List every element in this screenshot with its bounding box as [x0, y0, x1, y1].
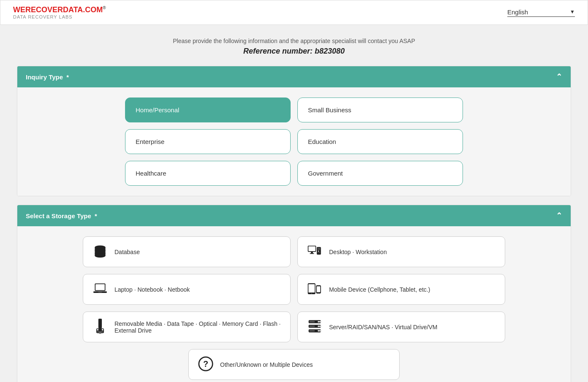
svg-point-21: [311, 293, 312, 294]
inquiry-type-chevron[interactable]: ⌃: [556, 72, 562, 81]
storage-btn-desktop[interactable]: Desktop · Workstation: [297, 236, 505, 267]
svg-rect-25: [98, 319, 102, 328]
storage-btn-server-label: Server/RAID/SAN/NAS · Virtual Drive/VM: [329, 324, 437, 331]
storage-btn-database[interactable]: Database: [83, 236, 291, 267]
storage-type-required: *: [95, 212, 97, 219]
svg-rect-36: [309, 325, 315, 327]
svg-rect-40: [309, 330, 315, 332]
storage-type-title-text: Select a Storage Type: [26, 212, 91, 219]
svg-rect-29: [97, 331, 103, 332]
desktop-icon: [306, 244, 323, 260]
svg-point-34: [319, 321, 321, 322]
inquiry-btn-healthcare[interactable]: Healthcare: [125, 161, 291, 186]
logo-data: DATA.COM: [63, 5, 103, 14]
storage-type-section: Select a Storage Type * ⌃: [17, 205, 571, 382]
reference-number: Reference number: b823080: [17, 47, 571, 56]
svg-rect-16: [95, 284, 105, 290]
inquiry-btn-home[interactable]: Home/Personal: [125, 98, 291, 122]
storage-btn-mobile[interactable]: Mobile Device (Cellphone, Tablet, etc.): [297, 274, 505, 305]
storage-btn-desktop-label: Desktop · Workstation: [329, 249, 387, 255]
storage-type-body: Database: [17, 226, 571, 382]
svg-text:?: ?: [203, 359, 208, 368]
inquiry-type-title-text: Inquiry Type: [26, 73, 63, 81]
svg-point-41: [318, 330, 319, 332]
logo-recover: RECOVER: [25, 5, 63, 14]
inquiry-btn-small-business[interactable]: Small Business: [297, 98, 463, 122]
storage-btn-server[interactable]: Server/RAID/SAN/NAS · Virtual Drive/VM: [297, 312, 505, 342]
svg-rect-30: [99, 333, 101, 334]
svg-rect-20: [308, 284, 315, 293]
header: WERECOVERDATA.COM® DATA RECOVERY LABS En…: [0, 0, 588, 25]
main-content: Please provide the following information…: [0, 25, 588, 382]
svg-rect-10: [310, 253, 314, 254]
storage-btn-laptop-label: Laptop · Notebook · Netbook: [114, 286, 190, 293]
svg-point-13: [318, 251, 319, 252]
logo: WERECOVERDATA.COM® DATA RECOVERY LABS: [13, 5, 106, 19]
svg-point-42: [319, 330, 321, 332]
svg-point-37: [318, 325, 319, 327]
laptop-icon: [92, 281, 109, 298]
storage-btn-mobile-label: Mobile Device (Cellphone, Tablet, etc.): [329, 286, 430, 293]
inquiry-btn-enterprise[interactable]: Enterprise: [125, 129, 291, 154]
svg-rect-18: [98, 292, 102, 293]
inquiry-type-required: *: [66, 73, 69, 81]
svg-rect-12: [318, 248, 321, 250]
inquiry-type-section: Inquiry Type * ⌃ Home/Personal Small Bus…: [17, 66, 571, 196]
svg-rect-32: [309, 321, 315, 322]
storage-grid: Database: [83, 236, 505, 380]
storage-type-chevron[interactable]: ⌃: [556, 211, 562, 220]
storage-btn-other[interactable]: ? Other/Unknown or Multiple Devices: [188, 349, 400, 380]
inquiry-type-title: Inquiry Type *: [26, 73, 69, 81]
language-selector[interactable]: English ▼: [507, 8, 575, 17]
page-wrapper: WERECOVERDATA.COM® DATA RECOVERY LABS En…: [0, 0, 588, 382]
storage-btn-database-label: Database: [114, 249, 140, 255]
svg-rect-28: [102, 329, 103, 331]
svg-rect-23: [317, 286, 320, 292]
svg-rect-14: [318, 252, 321, 253]
inquiry-type-body: Home/Personal Small Business Enterprise …: [17, 87, 571, 196]
storage-btn-other-label: Other/Unknown or Multiple Devices: [220, 361, 313, 368]
language-arrow: ▼: [570, 9, 575, 15]
logo-reg: ®: [103, 5, 106, 10]
svg-point-24: [318, 293, 319, 294]
logo-text: WERECOVERDATA.COM®: [13, 5, 106, 14]
svg-point-33: [318, 321, 319, 322]
inquiry-type-header: Inquiry Type * ⌃: [17, 66, 571, 87]
intro-description: Please provide the following information…: [17, 38, 571, 44]
question-icon: ?: [197, 356, 214, 373]
mobile-icon: [306, 281, 323, 298]
svg-rect-9: [311, 252, 313, 253]
svg-point-6: [95, 254, 105, 257]
inquiry-btn-education[interactable]: Education: [297, 129, 463, 154]
usb-icon: [92, 319, 109, 335]
inquiry-btn-government[interactable]: Government: [297, 161, 463, 186]
inquiry-grid: Home/Personal Small Business Enterprise …: [125, 98, 463, 186]
storage-type-title: Select a Storage Type *: [26, 212, 97, 219]
storage-type-header: Select a Storage Type * ⌃: [17, 205, 571, 226]
server-icon: [306, 319, 323, 335]
storage-btn-laptop[interactable]: Laptop · Notebook · Netbook: [83, 274, 291, 305]
language-label: English: [507, 8, 528, 16]
storage-btn-removable[interactable]: Removable Media · Data Tape · Optical · …: [83, 312, 291, 342]
svg-point-38: [319, 325, 321, 327]
svg-rect-27: [97, 329, 98, 331]
logo-we: WE: [13, 5, 25, 14]
logo-sub: DATA RECOVERY LABS: [13, 14, 106, 19]
svg-rect-8: [308, 247, 315, 251]
database-icon: [92, 244, 109, 260]
storage-btn-removable-label: Removable Media · Data Tape · Optical · …: [114, 320, 282, 334]
